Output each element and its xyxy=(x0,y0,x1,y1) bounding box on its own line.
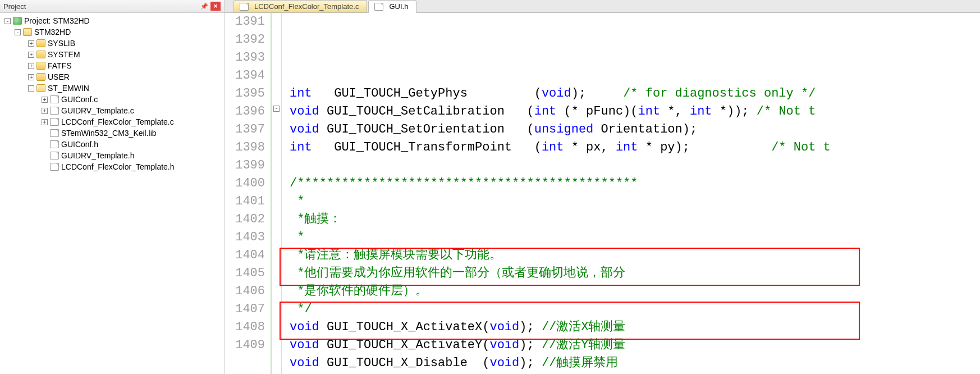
panel-header-buttons: 📌 × xyxy=(199,2,221,11)
fold-strip: - xyxy=(272,13,282,374)
expander-icon[interactable]: + xyxy=(42,97,48,103)
tree-folder[interactable]: + SYSLIB xyxy=(1,38,223,49)
code-line[interactable]: *他们需要成为你应用软件的一部分（或者更确切地说，部分 xyxy=(290,264,980,282)
line-number: 1403 xyxy=(225,229,265,247)
code-text[interactable]: int GUI_TOUCH_GetyPhys (void); /* for di… xyxy=(282,13,980,374)
line-number: 1394 xyxy=(225,67,265,85)
expander-icon[interactable]: + xyxy=(28,52,34,58)
tree-label: GUIDRV_Template.c xyxy=(61,106,134,115)
project-tree[interactable]: - Project: STM32HD - STM32HD + SYSLIB + … xyxy=(0,13,224,374)
tree-label: ST_EMWIN xyxy=(48,84,89,93)
expander-icon[interactable]: - xyxy=(4,18,11,24)
file-icon xyxy=(374,3,383,11)
no-expander xyxy=(42,164,48,170)
tree-file[interactable]: + GUIDRV_Template.c xyxy=(1,105,223,116)
tree-label: LCDConf_FlexColor_Template.c xyxy=(61,117,174,126)
expander-icon[interactable]: + xyxy=(28,74,34,80)
code-line[interactable]: void GUI_TOUCH_X_Disable (void); //触摸屏禁用 xyxy=(290,354,980,372)
tree-main[interactable]: - STM32HD xyxy=(1,26,223,38)
code-line[interactable]: * xyxy=(290,193,980,211)
folder-open-icon xyxy=(36,84,45,92)
tree-label: USER xyxy=(48,72,70,81)
line-number: 1404 xyxy=(225,247,265,264)
folder-icon xyxy=(36,62,45,70)
code-line[interactable]: *触摸： xyxy=(290,211,980,229)
editor-area: LCDConf_FlexColor_Template.c GUI.h 13911… xyxy=(225,0,980,374)
tree-label: SYSLIB xyxy=(48,39,75,48)
line-number: 1399 xyxy=(225,157,265,175)
tree-file[interactable]: + LCDConf_FlexColor_Template.c xyxy=(1,116,223,127)
tree-folder[interactable]: + FATFS xyxy=(1,60,223,71)
code-line[interactable]: /***************************************… xyxy=(290,175,980,193)
code-line[interactable]: * xyxy=(290,229,980,247)
expander-icon[interactable]: + xyxy=(42,108,48,114)
file-icon xyxy=(50,140,59,148)
expander-icon[interactable]: + xyxy=(28,63,34,69)
file-icon xyxy=(50,107,59,115)
code-line[interactable]: void GUI_TOUCH_X_ActivateY(void); //激活Y轴… xyxy=(290,336,980,354)
tree-label: SYSTEM xyxy=(48,50,80,59)
expander-icon[interactable]: + xyxy=(42,119,48,125)
line-number: 1400 xyxy=(225,175,265,193)
tree-label: GUIConf.h xyxy=(61,140,98,149)
tab-inactive[interactable]: LCDConf_FlexColor_Template.c xyxy=(233,0,367,12)
line-number: 1401 xyxy=(225,193,265,211)
folder-icon xyxy=(36,73,45,81)
file-icon xyxy=(50,118,59,126)
file-icon xyxy=(50,152,59,159)
tree-folder[interactable]: + USER xyxy=(1,71,223,83)
no-expander xyxy=(42,130,48,136)
line-gutter: 1391139213931394139513961397139813991400… xyxy=(225,13,272,374)
tree-folder-emwin[interactable]: - ST_EMWIN xyxy=(1,83,223,94)
line-number: 1409 xyxy=(225,336,265,354)
tree-folder[interactable]: + SYSTEM xyxy=(1,49,223,60)
code-line[interactable]: void GUI_TOUCH_SetCalibration (int (* pF… xyxy=(290,103,980,121)
project-panel-title: Project xyxy=(3,2,26,11)
code-line[interactable]: void GUI_TOUCH_X_ActivateX(void); //激活X轴… xyxy=(290,318,980,336)
line-number: 1393 xyxy=(225,49,265,67)
tree-label: Project: STM32HD xyxy=(24,16,90,25)
folder-open-icon xyxy=(23,28,32,36)
file-icon xyxy=(240,3,249,11)
tree-file[interactable]: LCDConf_FlexColor_Template.h xyxy=(1,161,223,172)
file-icon xyxy=(50,129,59,137)
tree-file[interactable]: GUIDRV_Template.h xyxy=(1,150,223,161)
fold-icon[interactable]: - xyxy=(273,106,280,112)
no-expander xyxy=(42,142,48,148)
tab-active[interactable]: GUI.h xyxy=(368,0,416,13)
tree-label: STM32HD xyxy=(34,28,71,37)
line-number: 1408 xyxy=(225,318,265,336)
pin-icon[interactable]: 📌 xyxy=(199,2,209,11)
line-number: 1392 xyxy=(225,31,265,49)
code-line[interactable] xyxy=(290,157,980,175)
editor-tabs: LCDConf_FlexColor_Template.c GUI.h xyxy=(225,0,980,13)
tree-file[interactable]: + GUIConf.c xyxy=(1,94,223,105)
tab-label: LCDConf_FlexColor_Template.c xyxy=(254,2,359,11)
code-line[interactable]: void GUI_TOUCH_SetOrientation (unsigned … xyxy=(290,121,980,139)
line-number: 1406 xyxy=(225,282,265,300)
folder-icon xyxy=(36,51,45,58)
folder-icon xyxy=(36,39,45,47)
line-number: 1397 xyxy=(225,121,265,139)
expander-icon[interactable]: + xyxy=(28,40,34,47)
tab-label: GUI.h xyxy=(389,2,408,11)
tree-root[interactable]: - Project: STM32HD xyxy=(1,15,223,26)
project-panel: Project 📌 × - Project: STM32HD - STM32HD… xyxy=(0,0,225,374)
code-line[interactable]: *是你软件的硬件层）。 xyxy=(290,282,980,300)
expander-icon[interactable]: - xyxy=(28,85,34,92)
close-icon[interactable]: × xyxy=(210,2,221,11)
tree-file[interactable]: GUIConf.h xyxy=(1,139,223,150)
tree-file[interactable]: STemWin532_CM3_Keil.lib xyxy=(1,127,223,139)
line-number: 1391 xyxy=(225,13,265,31)
line-number: 1395 xyxy=(225,85,265,103)
code-line[interactable]: *请注意：触摸屏模块需要以下功能。 xyxy=(290,247,980,264)
tree-label: LCDConf_FlexColor_Template.h xyxy=(61,162,175,171)
code-line[interactable]: int GUI_TOUCH_GetyPhys (void); /* for di… xyxy=(290,85,980,103)
file-icon xyxy=(50,95,59,103)
project-panel-header: Project 📌 × xyxy=(0,0,224,13)
tree-label: FATFS xyxy=(48,61,72,70)
code-line[interactable]: int GUI_TOUCH_TransformPoint (int * px, … xyxy=(290,139,980,157)
code-line[interactable]: */ xyxy=(290,300,980,318)
expander-icon[interactable]: - xyxy=(15,29,21,35)
tree-label: GUIDRV_Template.h xyxy=(61,151,134,160)
